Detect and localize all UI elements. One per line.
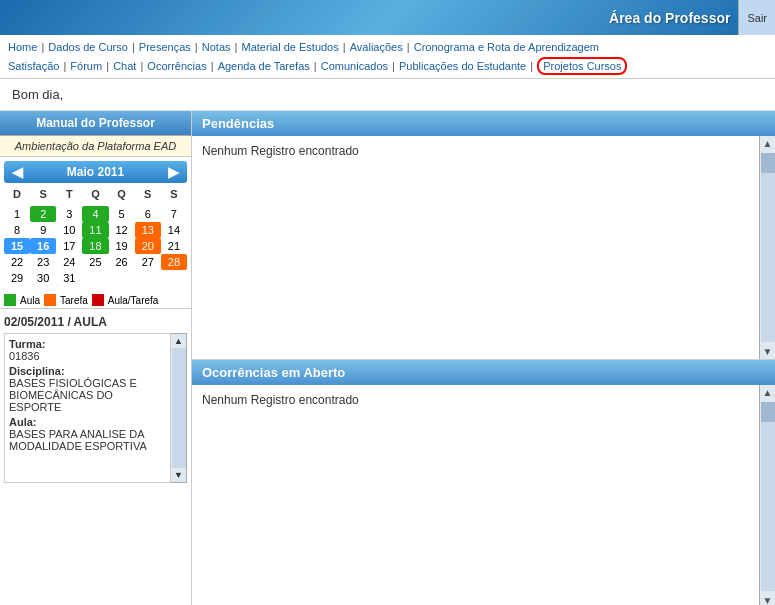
nav-item-cronograma[interactable]: Cronograma e Rota de Aprendizagem: [414, 41, 599, 53]
calendar-day[interactable]: 13: [135, 222, 161, 238]
nav-item-ocorrencias[interactable]: Ocorrências: [147, 60, 206, 72]
detail-aula-value: BASES PARA ANALISE DA MODALIDADE ESPORTI…: [9, 428, 166, 452]
calendar-day[interactable]: 26: [109, 254, 135, 270]
pendencias-body: Nenhum Registro encontrado ▲ ▼: [192, 136, 775, 359]
calendar-day[interactable]: 18: [82, 238, 108, 254]
pendencias-scroll-track: [761, 153, 775, 342]
calendar-next-button[interactable]: ▶: [165, 164, 182, 180]
calendar-legend: Aula Tarefa Aula/Tarefa: [0, 290, 191, 308]
calendar-day-header: Q: [82, 186, 108, 202]
calendar-day[interactable]: 12: [109, 222, 135, 238]
ocorrencias-scroll-up[interactable]: ▲: [761, 385, 775, 400]
calendar: ◀ Maio 2011 ▶ DSTQQSS 123456789101112131…: [0, 157, 191, 290]
detail-scrollbar[interactable]: ▲ ▼: [171, 333, 187, 483]
nav-item-satisfacao[interactable]: Satisfação: [8, 60, 59, 72]
ocorrencias-header: Ocorrências em Aberto: [192, 360, 775, 385]
nav-item-presencas[interactable]: Presenças: [139, 41, 191, 53]
legend-aula-label: Aula: [20, 295, 40, 306]
ocorrencias-scroll-track: [761, 402, 775, 591]
calendar-day[interactable]: 8: [4, 222, 30, 238]
calendar-day[interactable]: 28: [161, 254, 187, 270]
calendar-day[interactable]: 4: [82, 206, 108, 222]
detail-scroll-area[interactable]: Turma: 01836 Disciplina: BASES FISIOLÓGI…: [4, 333, 171, 483]
legend-aula-tarefa-label: Aula/Tarefa: [108, 295, 159, 306]
calendar-day: [161, 270, 187, 286]
detail-turma-value: 01836: [9, 350, 166, 362]
calendar-day-header: S: [161, 186, 187, 202]
calendar-day[interactable]: 6: [135, 206, 161, 222]
calendar-day-header: S: [30, 186, 56, 202]
nav-item-publicacoes[interactable]: Publicações do Estudante: [399, 60, 526, 72]
calendar-day-header: S: [135, 186, 161, 202]
calendar-header: ◀ Maio 2011 ▶: [4, 161, 187, 183]
calendar-day[interactable]: 25: [82, 254, 108, 270]
calendar-day[interactable]: 21: [161, 238, 187, 254]
calendar-day[interactable]: 1: [4, 206, 30, 222]
calendar-day[interactable]: 16: [30, 238, 56, 254]
calendar-day: [82, 270, 108, 286]
calendar-day[interactable]: 27: [135, 254, 161, 270]
calendar-day[interactable]: 10: [56, 222, 82, 238]
nav-item-projetos[interactable]: Projetos Cursos: [537, 57, 627, 75]
calendar-week-row: 1234567: [4, 206, 187, 222]
detail-disciplina-label: Disciplina:: [9, 365, 65, 377]
calendar-day[interactable]: 7: [161, 206, 187, 222]
calendar-day[interactable]: 31: [56, 270, 82, 286]
legend-tarefa-label: Tarefa: [60, 295, 88, 306]
ocorrencias-scrollbar[interactable]: ▲ ▼: [759, 385, 775, 605]
calendar-day: [109, 270, 135, 286]
nav-item-agenda[interactable]: Agenda de Tarefas: [218, 60, 310, 72]
calendar-day[interactable]: 17: [56, 238, 82, 254]
ocorrencias-scroll-down[interactable]: ▼: [761, 593, 775, 605]
navigation: Home | Dados de Curso | Presenças | Nota…: [0, 35, 775, 79]
calendar-day[interactable]: 3: [56, 206, 82, 222]
pendencias-empty: Nenhum Registro encontrado: [202, 144, 359, 158]
calendar-day-header: D: [4, 186, 30, 202]
calendar-day[interactable]: 14: [161, 222, 187, 238]
content-area: Pendências Nenhum Registro encontrado ▲ …: [192, 111, 775, 605]
pendencias-panel: Pendências Nenhum Registro encontrado ▲ …: [192, 111, 775, 360]
calendar-table: DSTQQSS 12345678910111213141516171819202…: [4, 186, 187, 286]
calendar-day[interactable]: 29: [4, 270, 30, 286]
sair-button[interactable]: Sair: [738, 0, 775, 35]
pendencias-header: Pendências: [192, 111, 775, 136]
calendar-day[interactable]: 5: [109, 206, 135, 222]
header-title: Área do Professor: [609, 10, 738, 26]
calendar-day[interactable]: 23: [30, 254, 56, 270]
calendar-day[interactable]: 20: [135, 238, 161, 254]
calendar-day[interactable]: 11: [82, 222, 108, 238]
ambientacao-button[interactable]: Ambientação da Plataforma EAD: [0, 136, 191, 157]
calendar-day[interactable]: 9: [30, 222, 56, 238]
calendar-day-header: Q: [109, 186, 135, 202]
calendar-day[interactable]: 30: [30, 270, 56, 286]
main-layout: Manual do Professor Ambientação da Plata…: [0, 111, 775, 605]
manual-button[interactable]: Manual do Professor: [0, 111, 191, 136]
pendencias-scrollbar[interactable]: ▲ ▼: [759, 136, 775, 359]
sidebar: Manual do Professor Ambientação da Plata…: [0, 111, 192, 605]
nav-item-chat[interactable]: Chat: [113, 60, 136, 72]
nav-item-home[interactable]: Home: [8, 41, 37, 53]
detail-turma-label: Turma:: [9, 338, 45, 350]
calendar-day[interactable]: 22: [4, 254, 30, 270]
nav-item-material[interactable]: Material de Estudos: [242, 41, 339, 53]
nav-item-dados[interactable]: Dados de Curso: [48, 41, 128, 53]
calendar-day[interactable]: 2: [30, 206, 56, 222]
nav-item-notas[interactable]: Notas: [202, 41, 231, 53]
pendencias-scroll-up[interactable]: ▲: [761, 136, 775, 151]
nav-item-forum[interactable]: Fórum: [70, 60, 102, 72]
calendar-prev-button[interactable]: ◀: [9, 164, 26, 180]
legend-aula-box: [4, 294, 16, 306]
greeting: Bom dia,: [0, 79, 775, 111]
ocorrencias-body: Nenhum Registro encontrado ▲ ▼: [192, 385, 775, 605]
calendar-day[interactable]: 24: [56, 254, 82, 270]
detail-aula-label: Aula:: [9, 416, 37, 428]
nav-item-comunicados[interactable]: Comunicados: [321, 60, 388, 72]
nav-item-avaliacoes[interactable]: Avaliações: [350, 41, 403, 53]
legend-aula-tarefa-box: [92, 294, 104, 306]
pendencias-scroll-down[interactable]: ▼: [761, 344, 775, 359]
calendar-week-row: 293031: [4, 270, 187, 286]
calendar-month-year: Maio 2011: [67, 165, 124, 179]
calendar-week-row: 15161718192021: [4, 238, 187, 254]
calendar-day[interactable]: 15: [4, 238, 30, 254]
calendar-day[interactable]: 19: [109, 238, 135, 254]
